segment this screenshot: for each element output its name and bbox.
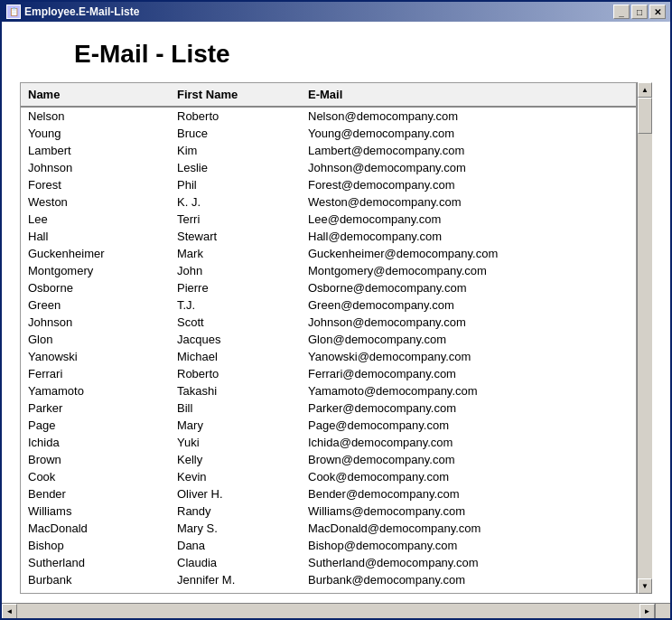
scroll-left-button[interactable]: ◄ xyxy=(2,604,17,619)
title-bar-left: 📋 Employee.E-Mail-Liste xyxy=(6,5,139,19)
col-header-email: E-Mail xyxy=(301,83,636,107)
col-header-firstname: First Name xyxy=(170,83,301,107)
cell-28-0: O'Brien xyxy=(21,588,170,594)
cell-25-0: Bishop xyxy=(21,537,170,554)
cell-5-1: K. J. xyxy=(170,193,301,211)
cell-18-1: Mary xyxy=(170,417,301,434)
col-header-name: Name xyxy=(21,83,170,107)
cell-13-2: Glon@democompany.com xyxy=(301,331,636,348)
close-button[interactable]: ✕ xyxy=(649,5,666,19)
page-title: E-Mail - Liste xyxy=(2,22,670,82)
cell-12-2: Johnson@democompany.com xyxy=(301,314,636,331)
cell-20-2: Brown@democompany.com xyxy=(301,451,636,468)
cell-0-2: Nelson@democompany.com xyxy=(301,107,636,125)
cell-19-0: Ichida xyxy=(21,434,170,451)
window-icon: 📋 xyxy=(6,5,21,19)
table-row: MacDonaldMary S.MacDonald@democompany.co… xyxy=(21,520,636,537)
scroll-right-button[interactable]: ► xyxy=(639,604,655,619)
cell-26-2: Sutherland@democompany.com xyxy=(301,554,636,571)
table-row: PageMaryPage@democompany.com xyxy=(21,417,636,434)
scroll-track[interactable] xyxy=(638,98,652,578)
cell-19-2: Ichida@democompany.com xyxy=(301,434,636,451)
cell-8-1: Mark xyxy=(170,245,301,262)
cell-16-2: Yamamoto@democompany.com xyxy=(301,382,636,399)
table-row: BurbankJennifer M.Burbank@democompany.co… xyxy=(21,571,636,588)
scroll-corner xyxy=(655,604,670,619)
vertical-scrollbar: ▲ ▼ xyxy=(637,82,652,594)
table-row: YamamotoTakashiYamamoto@democompany.com xyxy=(21,382,636,399)
cell-3-1: Leslie xyxy=(170,159,301,176)
cell-24-0: MacDonald xyxy=(21,520,170,537)
table-row: JohnsonScottJohnson@democompany.com xyxy=(21,314,636,331)
cell-11-2: Green@democompany.com xyxy=(301,296,636,314)
scroll-thumb[interactable] xyxy=(638,98,652,134)
table-row: IchidaYukiIchida@democompany.com xyxy=(21,434,636,451)
horizontal-scroll-track[interactable] xyxy=(17,604,639,618)
cell-14-0: Yanowski xyxy=(21,348,170,365)
cell-18-2: Page@democompany.com xyxy=(301,417,636,434)
table-row: FerrariRobertoFerrari@democompany.com xyxy=(21,365,636,382)
table-row: LeeTerriLee@democompany.com xyxy=(21,211,636,228)
cell-24-1: Mary S. xyxy=(170,520,301,537)
cell-13-0: Glon xyxy=(21,331,170,348)
window-title: Employee.E-Mail-Liste xyxy=(24,5,139,18)
scroll-up-button[interactable]: ▲ xyxy=(638,82,652,98)
table-row: SutherlandClaudiaSutherland@democompany.… xyxy=(21,554,636,571)
cell-7-0: Hall xyxy=(21,228,170,245)
cell-10-1: Pierre xyxy=(170,279,301,296)
scroll-down-button[interactable]: ▼ xyxy=(638,578,652,594)
table-row: O'BrienSue AnneO'Brien@democompany.com xyxy=(21,588,636,594)
cell-17-0: Parker xyxy=(21,399,170,417)
cell-4-1: Phil xyxy=(170,176,301,193)
table-row: ForestPhilForest@democompany.com xyxy=(21,176,636,193)
cell-17-2: Parker@democompany.com xyxy=(301,399,636,417)
cell-22-0: Bender xyxy=(21,485,170,503)
cell-8-0: Guckenheimer xyxy=(21,245,170,262)
table-row: GlonJacquesGlon@democompany.com xyxy=(21,331,636,348)
cell-5-2: Weston@democompany.com xyxy=(301,193,636,211)
table-row: BishopDanaBishop@democompany.com xyxy=(21,537,636,554)
table-header-row: Name First Name E-Mail xyxy=(21,83,636,107)
table-row: GreenT.J.Green@democompany.com xyxy=(21,296,636,314)
cell-28-2: O'Brien@democompany.com xyxy=(301,588,636,594)
bottom-bar: ◄ ► xyxy=(2,603,670,618)
scroll-area[interactable]: Name First Name E-Mail NelsonRobertoNels… xyxy=(20,82,637,594)
cell-24-2: MacDonald@democompany.com xyxy=(301,520,636,537)
table-row: ParkerBillParker@democompany.com xyxy=(21,399,636,417)
cell-6-0: Lee xyxy=(21,211,170,228)
table-body: NelsonRobertoNelson@democompany.comYoung… xyxy=(21,107,636,594)
cell-2-0: Lambert xyxy=(21,142,170,159)
table-row: LambertKimLambert@democompany.com xyxy=(21,142,636,159)
table-row: NelsonRobertoNelson@democompany.com xyxy=(21,107,636,125)
cell-14-1: Michael xyxy=(170,348,301,365)
cell-22-2: Bender@democompany.com xyxy=(301,485,636,503)
cell-20-0: Brown xyxy=(21,451,170,468)
cell-27-1: Jennifer M. xyxy=(170,571,301,588)
cell-12-0: Johnson xyxy=(21,314,170,331)
cell-6-1: Terri xyxy=(170,211,301,228)
cell-1-0: Young xyxy=(21,125,170,142)
cell-17-1: Bill xyxy=(170,399,301,417)
table-row: OsbornePierreOsborne@democompany.com xyxy=(21,279,636,296)
cell-23-2: Williams@democompany.com xyxy=(301,503,636,520)
cell-14-2: Yanowski@democompany.com xyxy=(301,348,636,365)
cell-1-1: Bruce xyxy=(170,125,301,142)
cell-15-1: Roberto xyxy=(170,365,301,382)
cell-7-1: Stewart xyxy=(170,228,301,245)
cell-15-0: Ferrari xyxy=(21,365,170,382)
cell-6-2: Lee@democompany.com xyxy=(301,211,636,228)
table-row: GuckenheimerMarkGuckenheimer@democompany… xyxy=(21,245,636,262)
maximize-button[interactable]: □ xyxy=(631,5,648,19)
cell-7-2: Hall@democompany.com xyxy=(301,228,636,245)
cell-2-1: Kim xyxy=(170,142,301,159)
cell-16-0: Yamamoto xyxy=(21,382,170,399)
table-row: WilliamsRandyWilliams@democompany.com xyxy=(21,503,636,520)
cell-25-1: Dana xyxy=(170,537,301,554)
cell-4-2: Forest@democompany.com xyxy=(301,176,636,193)
cell-27-2: Burbank@democompany.com xyxy=(301,571,636,588)
cell-18-0: Page xyxy=(21,417,170,434)
cell-27-0: Burbank xyxy=(21,571,170,588)
minimize-button[interactable]: _ xyxy=(613,5,630,19)
cell-20-1: Kelly xyxy=(170,451,301,468)
table-container: Name First Name E-Mail NelsonRobertoNels… xyxy=(2,82,670,603)
